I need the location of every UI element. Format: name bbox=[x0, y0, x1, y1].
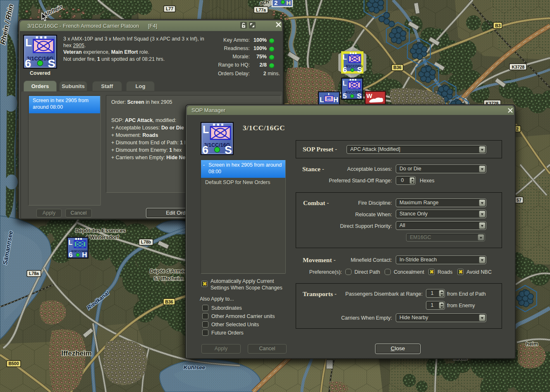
svg-text:L77: L77 bbox=[166, 6, 173, 11]
svg-text:B500: B500 bbox=[8, 361, 19, 366]
svg-text:H: H bbox=[82, 251, 87, 259]
svg-text:57 Iffezheim: 57 Iffezheim bbox=[154, 276, 184, 282]
svg-text:L78a: L78a bbox=[29, 271, 39, 276]
svg-text:B36: B36 bbox=[165, 299, 173, 304]
svg-text:heim: heim bbox=[526, 341, 538, 347]
svg-text:6: 6 bbox=[69, 251, 72, 259]
svg-text:Dépôt des Essences: Dépôt des Essences bbox=[75, 228, 126, 234]
svg-text:57: 57 bbox=[517, 198, 521, 203]
svg-text:L: L bbox=[25, 37, 32, 48]
svg-text:S: S bbox=[357, 92, 361, 100]
svg-text:L: L bbox=[343, 80, 347, 87]
svg-text:4 Wintersdorf: 4 Wintersdorf bbox=[86, 234, 119, 240]
svg-text:Dépôt d’Armée: Dépôt d’Armée bbox=[150, 268, 187, 274]
svg-text:K3728: K3728 bbox=[512, 65, 525, 69]
svg-text:6: 6 bbox=[25, 57, 31, 69]
svg-text:S: S bbox=[48, 57, 55, 69]
svg-text:5: 5 bbox=[343, 92, 347, 100]
svg-text:B3: B3 bbox=[495, 23, 501, 28]
svg-text:2: 2 bbox=[516, 127, 519, 131]
svg-text:6: 6 bbox=[343, 66, 347, 74]
svg-text:Kühlsee: Kühlsee bbox=[184, 364, 206, 370]
svg-text:L: L bbox=[203, 124, 209, 135]
svg-text:L: L bbox=[343, 53, 347, 61]
svg-text:W: W bbox=[366, 92, 373, 99]
svg-text:L: L bbox=[69, 239, 73, 246]
svg-text:S: S bbox=[225, 144, 232, 155]
svg-text:L78b: L78b bbox=[141, 239, 151, 244]
svg-text:HQ: HQ bbox=[327, 98, 331, 100]
svg-text:Iffezheim: Iffezheim bbox=[61, 349, 92, 357]
svg-text:6: 6 bbox=[202, 144, 208, 155]
svg-text:2: 2 bbox=[274, 0, 277, 6]
svg-text:S: S bbox=[357, 66, 362, 74]
svg-text:H: H bbox=[286, 0, 291, 6]
svg-text:L: L bbox=[320, 96, 324, 104]
svg-text:L77a: L77a bbox=[256, 7, 266, 12]
svg-text:B36: B36 bbox=[393, 65, 401, 70]
svg-text:H: H bbox=[333, 96, 338, 104]
